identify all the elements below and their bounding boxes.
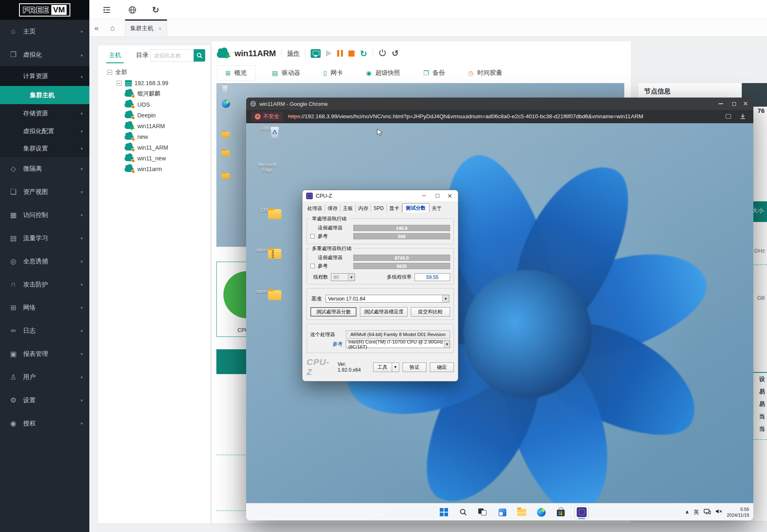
open-console-icon[interactable] (311, 49, 321, 58)
cpuz-taskbar-icon[interactable] (574, 505, 590, 520)
file-explorer-icon[interactable] (515, 505, 528, 520)
cpuz-tab[interactable]: 缓存 (325, 205, 340, 212)
maximize-window-icon[interactable] (728, 98, 740, 110)
home-tab-icon[interactable]: ⌂ (110, 24, 115, 33)
muted-speaker-icon[interactable] (715, 508, 722, 516)
reference-processor-select[interactable]: Intel(R) Core(TM) i7-10700 CPU @ 2.90GHz… (346, 340, 450, 348)
microsoft-store-icon[interactable] (554, 505, 567, 520)
tree-host[interactable]: 192.168.3.99 (98, 78, 210, 88)
collapse-node-icon[interactable] (117, 81, 122, 86)
tree-vm-item[interactable]: Deepin (98, 110, 210, 121)
sidebar-item[interactable]: ▤ 流量学习 ▾ (0, 227, 89, 250)
tools-button[interactable]: 工具 (373, 363, 392, 372)
sidebar-item[interactable]: ❐ 虚拟化 ▴ (0, 43, 89, 66)
sidebar-item[interactable]: ⌂ 主页 ▾ (0, 20, 89, 43)
tree-vm-item[interactable]: UOS (98, 99, 210, 110)
security-chip[interactable]: ✕ 不安全 (251, 112, 283, 122)
stop-vm-icon[interactable] (348, 50, 355, 57)
sidebar-item[interactable]: ∩ 攻击防护 ▾ (0, 273, 89, 296)
cpuz-tab[interactable]: SPD (371, 205, 387, 212)
tree-vm-item[interactable]: win11_ARM (98, 142, 210, 153)
tray-chevron-up-icon[interactable]: ∧ (685, 509, 689, 515)
tree-vm-item[interactable]: win11arm (98, 164, 210, 174)
bench-version-select[interactable]: Version 17.01.64▼ (326, 295, 449, 303)
cpuz-tab[interactable]: 处理器 (305, 205, 325, 212)
threads-select[interactable]: 60▼ (331, 273, 355, 281)
widgets-icon[interactable] (496, 505, 508, 520)
minimize-window-icon[interactable] (714, 98, 727, 110)
close-window-icon[interactable]: ✕ (739, 98, 752, 110)
tools-dropdown-icon[interactable]: ▼ (392, 363, 399, 372)
validate-button[interactable]: 验证 (403, 363, 427, 372)
refresh-vm-icon[interactable]: ↻ (360, 49, 367, 58)
tab-hosts[interactable]: 主机 (109, 51, 121, 59)
collapse-tabs-icon[interactable]: « (94, 24, 99, 33)
chrome-titlebar[interactable]: win11ARM - Google Chrome ✕ (246, 98, 753, 110)
maximize-window-icon[interactable] (431, 190, 443, 201)
start-button-icon[interactable] (438, 505, 450, 520)
cpuz-window[interactable]: CPU-Z ✕ 处理器缓存主板内存SPD显卡测试分数关于 單處理器執行緒 (302, 190, 458, 382)
collapse-sidebar-icon[interactable] (102, 5, 112, 15)
chrome-address-bar[interactable]: ✕ 不安全 https://192.168.3.99/views/hci/noV… (246, 110, 753, 123)
sidebar-item[interactable]: ▣ 报表管理 ▾ (0, 342, 89, 365)
cpuz-tab[interactable]: 显卡 (387, 205, 402, 212)
sidebar-item[interactable]: 集群设置 ▾ (0, 140, 89, 157)
task-view-icon[interactable] (477, 505, 489, 520)
tree-root[interactable]: 全部 (98, 67, 210, 78)
desktop-icon[interactable]: cpuz-arm... (255, 247, 279, 253)
checkbox[interactable] (310, 234, 315, 239)
close-window-icon[interactable]: ✕ (444, 190, 455, 201)
stress-cpu-button[interactable]: 測試處理器穩定度 (360, 307, 407, 317)
tree-vm-item[interactable]: win11_new (98, 153, 210, 164)
desktop-icon[interactable]: CPU-Z (255, 208, 279, 213)
refresh-page-icon[interactable]: ↻ (151, 5, 161, 15)
sidebar-item[interactable]: 集群主机 (0, 86, 89, 104)
collapse-node-icon[interactable] (107, 70, 112, 75)
sidebar-item[interactable]: 存储资源 ▾ (0, 104, 89, 122)
language-globe-icon[interactable] (127, 5, 137, 15)
search-icon[interactable] (457, 505, 470, 520)
download-icon[interactable] (740, 113, 746, 121)
ok-button[interactable]: 确定 (430, 363, 454, 372)
search-button[interactable] (194, 49, 205, 62)
taskbar-clock[interactable]: 5:55 2024/11/19 (727, 506, 749, 518)
tab-catalog[interactable]: 目录 (136, 51, 149, 59)
input-language-indicator[interactable]: 英 (694, 508, 699, 516)
sidebar-item[interactable]: ◇ 微隔离 ▾ (0, 157, 89, 180)
sidebar-item[interactable]: ▦ 访问控制 ▾ (0, 203, 89, 227)
sidebar-item[interactable]: ◉ 授权 ▾ (0, 412, 89, 435)
tab-cluster-hosts[interactable]: 集群主机 × (125, 19, 167, 36)
vm-actions-link[interactable]: 操作 (287, 50, 300, 57)
network-display-icon[interactable] (704, 508, 711, 516)
pause-vm-icon[interactable] (337, 50, 343, 57)
sidebar-item[interactable]: ◎ 全息诱捕 ▾ (0, 250, 89, 273)
vm-tab[interactable]: ▤ 驱动器 (272, 65, 300, 81)
edge-browser-icon[interactable] (535, 505, 547, 520)
sidebar-item[interactable]: ⊞ 网络 ▾ (0, 296, 89, 319)
power-vm-icon[interactable] (379, 49, 386, 58)
submit-compare-button[interactable]: 提交和比較 (411, 307, 450, 317)
screen-capture-icon[interactable] (726, 114, 731, 119)
sidebar-item[interactable]: 虚拟化配置 ▾ (0, 122, 89, 140)
tree-vm-item[interactable]: 银河麒麟 (98, 88, 210, 99)
sidebar-item[interactable]: ∞ 日志 ▾ (0, 319, 89, 342)
vm-tab[interactable]: ❐ 备份 (423, 65, 445, 81)
minimize-window-icon[interactable] (418, 190, 430, 201)
bench-cpu-button[interactable]: 測試處理器分數 (310, 307, 357, 317)
sidebar-item[interactable]: ⚙ 设置 ▾ (0, 389, 89, 412)
restart-vm-icon[interactable]: ↺ (392, 49, 399, 57)
cpuz-tab[interactable]: 测试分数 (402, 203, 429, 212)
desktop-icon[interactable]: 回收站 (255, 126, 279, 131)
vnc-remote-desktop[interactable]: 回收站 Microsoft Edge CPU-Z cpuz-arm... (246, 123, 753, 520)
sidebar-item[interactable]: ♙ 用户 ▾ (0, 365, 89, 389)
close-tab-icon[interactable]: × (158, 26, 162, 32)
desktop-icon[interactable]: Microsoft Edge (255, 162, 279, 173)
cpuz-titlebar[interactable]: CPU-Z ✕ (302, 190, 458, 201)
vm-search-input[interactable] (150, 49, 194, 62)
cpuz-tab[interactable]: 关于 (429, 205, 444, 212)
start-vm-icon[interactable] (326, 50, 332, 57)
vm-tab[interactable]: ▯ 网卡 (324, 65, 343, 81)
sidebar-item[interactable]: 计算资源 ▴ (0, 66, 89, 86)
checkbox[interactable] (310, 264, 315, 268)
cpuz-tab[interactable]: 主板 (340, 205, 356, 212)
